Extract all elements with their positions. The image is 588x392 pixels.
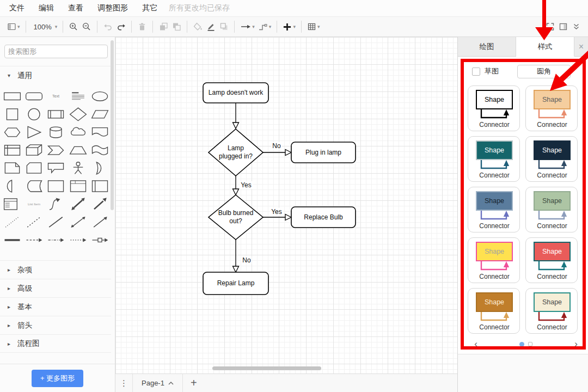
flow-node-bulb-burned-out[interactable]: Bulb burned out? — [217, 206, 255, 228]
flow-node-lamp-plugged-in[interactable]: Lamp plugged in? — [217, 142, 255, 163]
flow-node-replace-bulb[interactable]: Replace Bulb — [291, 207, 356, 228]
shadow-button[interactable] — [217, 19, 230, 34]
shape-curve[interactable] — [45, 195, 67, 213]
fill-color-button[interactable] — [191, 19, 204, 34]
shape-horizontal-container[interactable] — [89, 177, 111, 195]
search-input[interactable] — [8, 47, 104, 56]
shape-arrow[interactable] — [89, 195, 111, 213]
sketch-checkbox[interactable] — [472, 68, 480, 76]
menu-arrange[interactable]: 调整图形 — [90, 0, 135, 16]
shape-actor[interactable] — [67, 159, 89, 177]
shape-step[interactable] — [45, 141, 67, 159]
to-back-button[interactable] — [170, 19, 183, 34]
pager-dot-1[interactable] — [519, 342, 524, 347]
shape-tape[interactable] — [89, 141, 111, 159]
shape-diamond[interactable] — [67, 105, 89, 123]
flow-edge-label[interactable]: Yes — [240, 181, 253, 189]
tab-style[interactable]: 样式 — [516, 37, 574, 57]
sidebar-scrollbar[interactable] — [111, 40, 114, 210]
shape-line[interactable] — [45, 213, 67, 231]
shape-circle[interactable] — [23, 105, 45, 123]
zoom-level-button[interactable]: 100% ▾ — [30, 19, 59, 34]
redo-button[interactable] — [114, 19, 127, 34]
flow-node-lamp-doesnt-work[interactable]: Lamp doesn't work — [203, 83, 268, 103]
style-card-2[interactable]: ShapeConnector — [525, 85, 578, 131]
shape-list[interactable] — [1, 195, 23, 213]
pager-prev-icon[interactable]: ‹ — [468, 339, 484, 350]
more-shapes-button[interactable]: + 更多图形 — [32, 370, 83, 387]
shape-dashed-arrow[interactable] — [67, 231, 89, 249]
insert-button[interactable]: ▾ — [281, 19, 297, 34]
style-card-1[interactable]: ShapeConnector — [468, 85, 520, 131]
zoom-in-button[interactable] — [67, 19, 80, 34]
add-page-button[interactable]: + — [183, 374, 205, 392]
shape-trapezoid[interactable] — [67, 141, 89, 159]
shape-bidirectional-arrow[interactable] — [67, 195, 89, 213]
menu-extras[interactable]: 其它 — [135, 0, 164, 16]
style-card-9[interactable]: ShapeConnector — [468, 288, 520, 334]
style-card-10[interactable]: ShapeConnector — [525, 288, 578, 334]
sidebar-section-misc[interactable]: ▸杂项 — [0, 260, 111, 279]
shape-dashed-edge[interactable] — [23, 231, 45, 249]
style-card-7[interactable]: ShapeConnector — [468, 237, 520, 283]
shape-note[interactable] — [1, 159, 23, 177]
shape-frame[interactable] — [67, 177, 89, 195]
shape-or[interactable] — [89, 159, 111, 177]
shape-list-item[interactable]: List Item — [23, 195, 45, 213]
format-panel-toggle-button[interactable] — [556, 19, 569, 34]
menu-view[interactable]: 查看 — [61, 0, 90, 16]
collapse-expand-button[interactable] — [569, 19, 583, 34]
sidebar-section-general[interactable]: ▾ 通用 — [0, 66, 111, 84]
tab-diagram[interactable]: 绘图 — [458, 37, 516, 56]
shape-directional-edge[interactable] — [89, 213, 111, 231]
page-tab[interactable]: Page-1 — [133, 374, 183, 392]
shape-rounded-rectangle[interactable] — [23, 87, 45, 105]
shape-and[interactable] — [1, 177, 23, 195]
flow-edge-label[interactable]: No — [271, 142, 281, 150]
shape-internal-storage[interactable] — [1, 141, 23, 159]
shape-hexagon[interactable] — [1, 123, 23, 141]
style-card-5[interactable]: ShapeConnector — [468, 187, 520, 232]
diagram-canvas[interactable]: NoYesYesNoLamp doesn't workLamp plugged … — [115, 37, 457, 373]
pages-menu-button[interactable]: ⋮ — [115, 374, 133, 392]
pager-dot-2[interactable] — [528, 342, 532, 346]
sidebar-section-arrows[interactable]: ▸箭头 — [0, 316, 111, 334]
shape-process[interactable] — [45, 105, 67, 123]
shape-ellipse[interactable] — [89, 87, 111, 105]
shape-triangle[interactable] — [23, 123, 45, 141]
canvas-horizontal-scrollbar[interactable] — [212, 366, 321, 370]
delete-button[interactable] — [136, 19, 149, 34]
sidebar-section-flowchart[interactable]: ▸流程图 — [0, 334, 111, 353]
menu-edit[interactable]: 编辑 — [32, 0, 61, 16]
style-card-8[interactable]: ShapeConnector — [525, 237, 578, 283]
pager-next-icon[interactable]: › — [568, 339, 584, 350]
shape-dash-dot-edge[interactable] — [45, 231, 67, 249]
flow-node-repair-lamp[interactable]: Repair Lamp — [203, 272, 268, 295]
shape-square[interactable] — [1, 105, 23, 123]
shape-dashed-line[interactable] — [1, 213, 23, 231]
style-card-6[interactable]: ShapeConnector — [525, 187, 578, 232]
shape-parallelogram[interactable] — [89, 105, 111, 123]
waypoints-button[interactable]: ▾ — [256, 19, 273, 34]
shape-heading[interactable] — [67, 87, 89, 105]
shape-dotted-line[interactable] — [23, 213, 45, 231]
menu-file[interactable]: 文件 — [2, 0, 32, 16]
rounded-style-button[interactable]: 圆角 — [517, 65, 571, 78]
zoom-out-button[interactable] — [80, 19, 93, 34]
shape-card[interactable] — [23, 159, 45, 177]
shape-cloud[interactable] — [67, 123, 89, 141]
shape-labeled-edge[interactable] — [89, 231, 111, 249]
shape-document[interactable] — [89, 123, 111, 141]
flow-edge-label[interactable]: Yes — [270, 208, 283, 216]
sidebar-section-basic[interactable]: ▸基本 — [0, 297, 111, 316]
to-front-button[interactable] — [157, 19, 170, 34]
sidebar-section-advanced[interactable]: ▸高级 — [0, 279, 111, 297]
flow-edge-label[interactable]: No — [241, 256, 252, 264]
close-panel-button[interactable]: × — [574, 37, 588, 56]
style-card-4[interactable]: ShapeConnector — [525, 136, 578, 182]
shape-rectangle[interactable] — [1, 87, 23, 105]
shape-text[interactable]: Text — [45, 87, 67, 105]
shape-container[interactable] — [45, 177, 67, 195]
view-layout-button[interactable]: ▾ — [5, 19, 22, 34]
table-button[interactable]: ▾ — [305, 19, 322, 34]
